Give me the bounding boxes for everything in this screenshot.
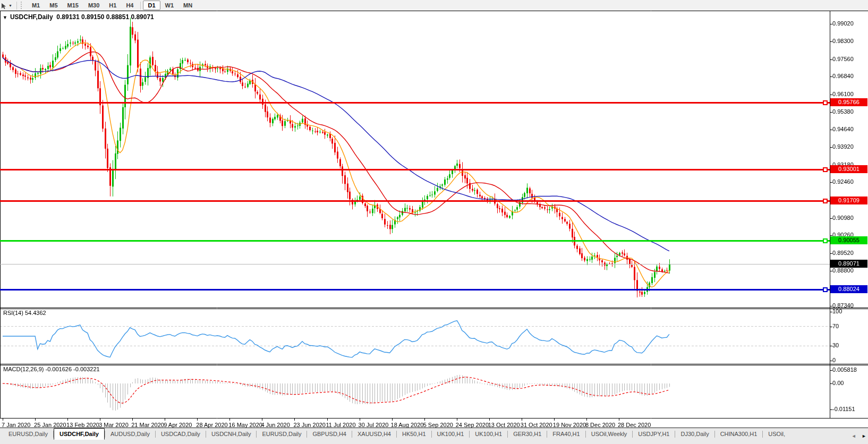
- date-axis-label: 24 Sep 2020: [456, 422, 489, 428]
- date-axis-label: 7 Jan 2020: [2, 422, 30, 428]
- price-axis-tick: 0.94640: [832, 126, 854, 132]
- timeframe-toolbar: ▼ M1M5M15M30H1H4D1W1MN: [0, 0, 868, 11]
- price-level-tag: 0.95766: [830, 98, 867, 106]
- hline-anchor-handle[interactable]: [823, 238, 828, 243]
- date-axis-label: 31 Oct 2020: [521, 422, 552, 428]
- date-axis-label: 16 May 2020: [228, 422, 262, 428]
- price-horizontal-line-0.93001[interactable]: [0, 169, 830, 170]
- macd-axis-tick: -0.01151: [832, 406, 855, 412]
- price-axis-tick: 0.92460: [832, 178, 854, 185]
- chart-tab-hk50-h1[interactable]: HK50,H1: [397, 428, 431, 439]
- price-chart-canvas[interactable]: [0, 11, 868, 428]
- timeframe-button-h4[interactable]: H4: [121, 1, 138, 10]
- price-axis-tick: 0.95380: [832, 108, 854, 115]
- mt4-terminal-window: ▼ M1M5M15M30H1H4D1W1MN ▼USDCHF,Daily 0.8…: [0, 0, 868, 444]
- macd-axis-tick: 0.005818: [832, 366, 857, 373]
- tab-scroll-right-icon[interactable]: ►: [862, 433, 866, 439]
- date-axis-label: 28 Apr 2020: [196, 422, 227, 428]
- date-axis-label: 11 Jul 2020: [326, 422, 356, 428]
- date-axis-label: 30 Jul 2020: [359, 422, 389, 428]
- date-axis-label: 4 Jun 2020: [261, 422, 290, 428]
- date-axis-label: 28 Dec 2020: [618, 422, 651, 428]
- price-axis-tick: 0.98300: [832, 38, 854, 44]
- chart-tab-fra40-h1[interactable]: FRA40,H1: [547, 428, 585, 439]
- chart-tab-eurusd-daily[interactable]: EURUSD,Daily: [3, 428, 53, 439]
- timeframe-button-m15[interactable]: M15: [63, 1, 83, 10]
- price-horizontal-line-0.95766[interactable]: [0, 102, 830, 104]
- chevron-down-icon: ▼: [8, 4, 12, 7]
- price-axis-tick: 0.93920: [832, 143, 854, 150]
- price-horizontal-line-0.88024[interactable]: [0, 289, 830, 291]
- hline-anchor-handle[interactable]: [823, 167, 828, 172]
- cursor-tool-button[interactable]: ▼: [0, 1, 14, 10]
- chart-tab-china300-h1[interactable]: CHINA300,H1: [715, 428, 763, 439]
- hline-anchor-handle[interactable]: [823, 287, 828, 292]
- timeframe-button-h1[interactable]: H1: [104, 1, 121, 10]
- rsi-axis-tick: 0: [832, 357, 836, 363]
- toolbar-grip-handle[interactable]: [21, 2, 23, 9]
- date-axis-label: 5 Sep 2020: [423, 422, 453, 428]
- tab-scroll-buttons: ◄ ►: [845, 430, 866, 440]
- price-level-tag: 0.90055: [830, 236, 867, 244]
- current-price-tag: 0.89071: [830, 260, 867, 268]
- timeframe-button-d1[interactable]: D1: [143, 1, 160, 10]
- hline-anchor-handle[interactable]: [823, 199, 828, 203]
- timeframe-button-mn[interactable]: MN: [178, 1, 197, 10]
- chart-tab-usdcnh-daily[interactable]: USDCNH,Daily: [206, 428, 257, 439]
- collapse-chart-icon[interactable]: ▼: [3, 15, 7, 20]
- chart-tab-dj30-daily[interactable]: DJ30,Daily: [675, 428, 714, 439]
- price-level-tag: 0.93001: [830, 165, 867, 173]
- chart-tab-usdjpy-h1[interactable]: USDJPY,H1: [633, 428, 675, 439]
- date-axis-label: 8 Dec 2020: [585, 422, 615, 428]
- chart-tab-usdcad-daily[interactable]: USDCAD,Daily: [156, 428, 206, 439]
- chart-tab-eurusd-daily[interactable]: EURUSD,Daily: [257, 428, 307, 439]
- price-axis-tick: 0.97560: [832, 56, 854, 62]
- chart-tab-ger30-h1[interactable]: GER30,H1: [508, 428, 547, 439]
- price-axis-tick: 0.99020: [832, 20, 854, 27]
- timeframe-button-w1[interactable]: W1: [160, 1, 179, 10]
- date-axis-label: 3 Mar 2020: [99, 422, 129, 428]
- chart-tab-audusd-daily[interactable]: AUDUSD,Daily: [105, 428, 155, 439]
- chart-tab-usoil-weekly[interactable]: USOil,Weekly: [586, 428, 633, 439]
- timeframe-button-m1[interactable]: M1: [27, 1, 45, 10]
- date-axis-label: 13 Feb 2020: [66, 422, 99, 428]
- price-horizontal-line-0.90055[interactable]: [0, 240, 830, 242]
- tab-scroll-left-icon[interactable]: ◄: [852, 433, 856, 439]
- rsi-indicator-label: RSI(14) 54.4362: [3, 310, 46, 316]
- chart-window: ▼USDCHF,Daily 0.89131 0.89150 0.88851 0.…: [0, 11, 868, 428]
- chart-tab-uk100-h1[interactable]: UK100,H1: [470, 428, 507, 439]
- rsi-axis-tick: 100: [832, 308, 842, 314]
- price-horizontal-line-0.91709[interactable]: [0, 200, 830, 202]
- chart-tab-usdchf-daily[interactable]: USDCHF,Daily: [54, 428, 105, 440]
- hline-anchor-handle[interactable]: [823, 100, 828, 105]
- timeframe-button-m30[interactable]: M30: [83, 1, 104, 10]
- chart-tab-usoil-[interactable]: USOil,: [763, 428, 790, 439]
- date-axis-label: 25 Jan 2020: [34, 422, 66, 428]
- price-axis-tick: 0.90980: [832, 215, 854, 221]
- cursor-arrow-icon: [1, 2, 7, 9]
- price-level-tag: 0.91709: [830, 197, 867, 204]
- date-axis-label: 18 Aug 2020: [391, 422, 424, 428]
- chart-symbol-period: USDCHF,Daily: [10, 13, 53, 21]
- date-axis-label: 13 Oct 2020: [488, 422, 520, 428]
- date-axis-label: 23 Jun 2020: [293, 422, 326, 428]
- chart-ohlc-values: 0.89131 0.89150 0.88851 0.89071: [56, 13, 154, 21]
- chart-tab-bar: EURUSD,DailyUSDCHF,DailyAUDUSD,DailyUSDC…: [0, 428, 868, 444]
- chart-tab-gbpusd-h4[interactable]: GBPUSD,H4: [307, 428, 352, 439]
- toolbar-separator: [140, 2, 141, 10]
- price-axis-tick: 0.96840: [832, 73, 854, 79]
- chart-title: ▼USDCHF,Daily 0.89131 0.89150 0.88851 0.…: [3, 13, 154, 21]
- macd-indicator-label: MACD(12,26,9) -0.001626 -0.003221: [3, 366, 100, 372]
- rsi-axis-tick: 70: [832, 323, 839, 329]
- price-axis-tick: 0.88800: [832, 267, 854, 274]
- toolbar-separator: [16, 2, 17, 10]
- timeframe-button-m5[interactable]: M5: [45, 1, 62, 10]
- price-axis-tick: 0.96100: [832, 91, 854, 97]
- price-level-tag: 0.88024: [830, 285, 867, 293]
- macd-axis-tick: 0.00: [832, 380, 844, 386]
- chart-tab-xauusd-h4[interactable]: XAUUSD,H4: [352, 428, 396, 439]
- date-axis-label: 9 Apr 2020: [164, 422, 192, 428]
- chart-tab-uk100-h1[interactable]: UK100,H1: [432, 428, 470, 439]
- date-axis-label: 21 Mar 2020: [131, 422, 164, 428]
- date-axis-label: 19 Nov 2020: [553, 422, 586, 428]
